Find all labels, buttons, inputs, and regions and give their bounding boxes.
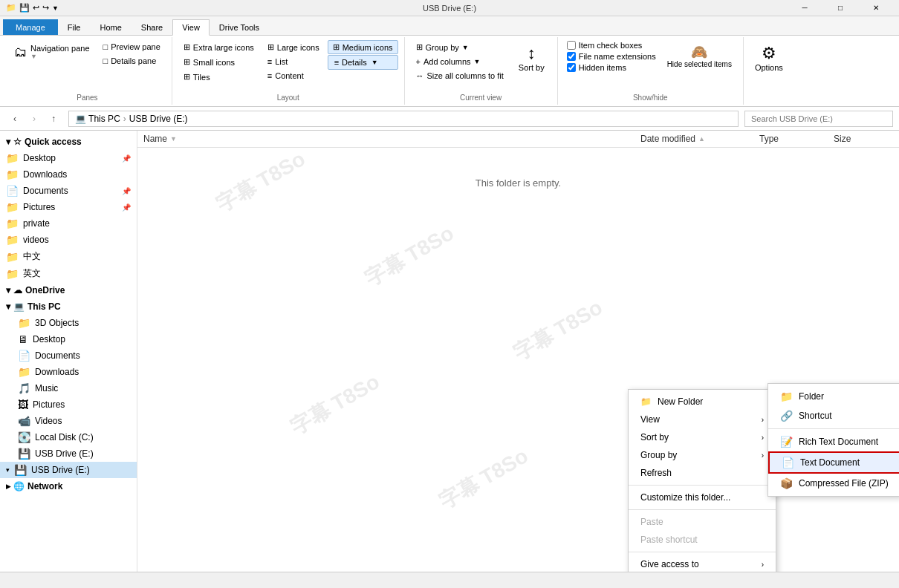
ctx-view[interactable]: View › [629,411,776,428]
network-header[interactable]: ▸ 🌐 Network [0,478,137,494]
content-button[interactable]: ≡Content [262,69,325,82]
this-pc-header[interactable]: ▾ 💻 This PC [0,298,137,315]
hidden-items-checkbox[interactable] [567,63,576,72]
tab-share[interactable]: Share [132,19,172,35]
sidebar-item-usb-drive-selected[interactable]: ▾ 💾 USB Drive (E:) [0,462,137,478]
sidebar-item-desktop-pc[interactable]: 🖥 Desktop [0,331,137,347]
file-name-extensions-checkbox[interactable] [567,52,576,61]
hide-selected-items-button[interactable]: 🙈 Hide selected items [662,40,737,72]
path-this-pc[interactable]: 💻 This PC [75,114,120,124]
folder-icon: 📹 [18,415,30,427]
sidebar-item-desktop-qa[interactable]: 📁 Desktop 📌 [0,150,137,166]
sidebar-item-3d-objects[interactable]: 📁 3D Objects [0,315,137,331]
path-usb-drive[interactable]: USB Drive (E:) [129,114,188,124]
sidebar-item-english[interactable]: 📁 英文 [0,265,137,282]
ctx-sort-by[interactable]: Sort by › [629,428,776,446]
small-icons-button[interactable]: ⊞Small icons [178,55,259,69]
quick-access-header[interactable]: ▾ ☆ Quick access [0,134,137,150]
undo-icon[interactable]: ↩ [33,3,39,13]
ctx-paste: Paste [629,513,776,531]
file-area: 字幕 T8So 字幕 T8So 字幕 T8So 字幕 T8So 字幕 T8So … [137,131,899,572]
sub-compressed-icon: 📦 [780,477,793,489]
list-button[interactable]: ≡List [262,55,325,68]
show-hide-content: Item check boxes File name extensions Hi… [564,40,737,92]
medium-icons-button[interactable]: ⊞Medium icons [328,40,398,54]
tiles-button[interactable]: ⊞Tiles [178,70,259,84]
up-button[interactable]: ↑ [45,110,62,128]
back-button[interactable]: ‹ [6,110,24,128]
tab-drive-tools[interactable]: Drive Tools [210,19,269,35]
sidebar-item-local-disk[interactable]: 💽 Local Disk (C:) [0,429,137,445]
ctx-sort-label: Sort by [640,432,669,442]
tab-view[interactable]: View [172,19,210,36]
size-all-columns-button[interactable]: ↔Size all columns to fit [411,69,509,82]
folder-icon: 📁 [6,218,19,229]
address-path[interactable]: 💻 This PC › USB Drive (E:) [68,111,739,127]
add-columns-button[interactable]: +Add columns▼ [411,55,509,68]
maximize-button[interactable]: □ [823,0,857,16]
ctx-new-folder[interactable]: 📁 New Folder [629,393,776,411]
sub-text-document[interactable]: 📄 Text Document [768,451,899,474]
redo-icon[interactable]: ↪ [42,3,49,13]
sidebar-item-videos-qa[interactable]: 📁 videos [0,232,137,248]
navigation-pane-button[interactable]: 🗂 Navigation pane ▼ [9,40,95,64]
empty-folder-message: This folder is empty. [137,148,899,218]
show-hide-label: Show/hide [633,92,668,102]
tab-home[interactable]: Home [91,19,132,35]
ctx-customize[interactable]: Customize this folder... [629,489,776,506]
forward-button[interactable]: › [25,110,43,128]
sidebar-item-videos-pc[interactable]: 📹 Videos [0,413,137,429]
column-type[interactable]: Type [759,134,834,144]
sidebar-item-chinese[interactable]: 📁 中文 [0,248,137,265]
sub-compressed[interactable]: 📦 Compressed File (ZIP) [768,474,899,493]
sub-folder[interactable]: 📁 Folder [768,387,899,406]
save-icon[interactable]: 💾 [19,3,30,13]
details-button[interactable]: ≡Details▼ [328,55,398,70]
minimize-button[interactable]: ─ [788,0,822,16]
ctx-give-access-label: Give access to [640,559,699,569]
folder-icon: 💽 [18,431,30,443]
item-checkboxes-toggle[interactable]: Item check boxes [564,40,659,50]
extra-large-icons-button[interactable]: ⊞Extra large icons [178,40,259,54]
large-icons-button[interactable]: ⊞Large icons [262,40,325,54]
column-size[interactable]: Size [834,134,893,144]
sidebar-item-pictures-pc[interactable]: 🖼 Pictures [0,396,137,413]
watermark4: 字幕 T8So [285,368,385,441]
ribbon-group-current-view: ⊞Group by▼ +Add columns▼ ↔Size all colum… [405,37,558,105]
sidebar-item-pictures-qa[interactable]: 📁 Pictures 📌 [0,199,137,215]
preview-pane-button[interactable]: □Preview pane [98,40,166,53]
group-by-button[interactable]: ⊞Group by▼ [411,40,509,54]
layout-content: ⊞Extra large icons ⊞Small icons ⊞Tiles ⊞… [178,40,398,92]
ctx-give-access[interactable]: Give access to › [629,555,776,572]
folder-icon: 📁 [6,201,19,213]
panes-secondary: □Preview pane □Details pane [98,40,166,68]
tab-manage[interactable]: Manage [3,19,58,35]
sidebar-item-private[interactable]: 📁 private [0,215,137,232]
network-icon: 🌐 [13,481,25,491]
sidebar-item-documents-qa[interactable]: 📄 Documents 📌 [0,183,137,199]
ribbon-group-show-hide: Item check boxes File name extensions Hi… [558,37,744,105]
item-checkboxes-checkbox[interactable] [567,41,576,50]
close-button[interactable]: ✕ [859,0,893,16]
ctx-group-by[interactable]: Group by › [629,446,776,464]
column-name[interactable]: Name ▼ [143,134,640,144]
sub-shortcut[interactable]: 🔗 Shortcut [768,406,899,425]
sort-by-button[interactable]: ↕ Sort by [512,40,551,76]
details-pane-button[interactable]: □Details pane [98,54,166,68]
sidebar-item-downloads-qa[interactable]: 📁 Downloads [0,166,137,183]
ctx-refresh[interactable]: Refresh [629,464,776,482]
sidebar-item-documents-pc[interactable]: 📄 Documents [0,347,137,364]
tab-file[interactable]: File [58,19,91,35]
file-name-extensions-toggle[interactable]: File name extensions [564,51,659,62]
sidebar-item-downloads-pc[interactable]: 📁 Downloads [0,364,137,380]
search-input[interactable] [744,111,893,127]
sidebar-item-usb-drive-tree[interactable]: 💾 USB Drive (E:) [0,445,137,462]
hidden-items-toggle[interactable]: Hidden items [564,62,659,73]
dropdown-icon[interactable]: ▼ [52,4,59,12]
sidebar-item-label: private [23,218,50,229]
onedrive-header[interactable]: ▾ ☁ OneDrive [0,282,137,298]
sub-rich-text[interactable]: 📝 Rich Text Document [768,432,899,451]
column-date[interactable]: Date modified ▲ [640,134,759,144]
options-button[interactable]: ⚙ Options [750,40,788,76]
sidebar-item-music[interactable]: 🎵 Music [0,380,137,396]
